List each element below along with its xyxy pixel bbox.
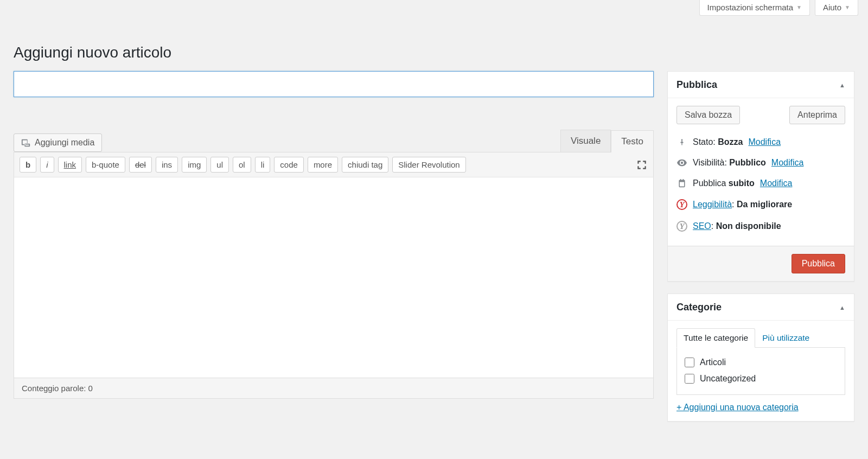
collapse-icon[interactable]: ▲: [839, 304, 845, 311]
collapse-icon[interactable]: ▲: [839, 82, 845, 88]
help-button[interactable]: Aiuto ▼: [815, 0, 858, 16]
qt-code[interactable]: code: [274, 157, 304, 173]
publish-button[interactable]: Pubblica: [792, 254, 845, 273]
fullscreen-icon[interactable]: [636, 159, 648, 171]
qt-ol[interactable]: ol: [233, 157, 251, 173]
help-label: Aiuto: [823, 3, 841, 12]
category-checkbox[interactable]: [685, 374, 694, 384]
add-new-category-link[interactable]: + Aggiungi una nuova categoria: [676, 403, 845, 412]
add-media-button[interactable]: Aggiungi media: [14, 133, 102, 152]
eye-icon: [676, 159, 687, 167]
qt-slider-revolution[interactable]: Slider Revolution: [392, 157, 465, 173]
status-label: Stato: Bozza: [693, 137, 743, 147]
category-label: Uncategorized: [700, 374, 756, 384]
qt-ins[interactable]: ins: [156, 157, 178, 173]
post-title-input[interactable]: [14, 71, 654, 97]
save-draft-button[interactable]: Salva bozza: [676, 106, 740, 124]
yoast-seo-icon: Y: [676, 221, 687, 232]
qt-li[interactable]: li: [255, 157, 271, 173]
qt-more[interactable]: more: [308, 157, 338, 173]
tab-text[interactable]: Testo: [611, 130, 654, 152]
edit-visibility-link[interactable]: Modifica: [771, 158, 804, 168]
seo-label: SEO: Non disponibile: [693, 221, 781, 231]
edit-status-link[interactable]: Modifica: [748, 137, 781, 147]
qt-close-tags[interactable]: chiudi tag: [342, 157, 388, 173]
post-content-textarea[interactable]: [14, 177, 654, 378]
page-title: Aggiungi nuovo articolo: [14, 44, 854, 61]
category-label: Articoli: [700, 358, 726, 367]
qt-bquote[interactable]: b-quote: [86, 157, 125, 173]
publish-box: Pubblica ▲ Salva bozza Anteprima Stato: …: [667, 71, 854, 282]
category-checkbox[interactable]: [685, 358, 694, 367]
chevron-down-icon: ▼: [845, 4, 850, 10]
categories-box-title: Categorie: [676, 302, 722, 313]
qt-bold[interactable]: b: [20, 157, 36, 173]
tab-most-used-categories[interactable]: Più utilizzate: [755, 328, 816, 348]
yoast-readability-icon: Y: [676, 199, 687, 210]
screen-options-label: Impostazioni schermata: [707, 3, 793, 12]
visibility-label: Visibilità: Pubblico: [693, 158, 766, 168]
qt-link[interactable]: link: [58, 157, 82, 173]
readability-label: Leggibilità: Da migliorare: [693, 200, 792, 209]
category-item[interactable]: Articoli: [685, 354, 837, 371]
calendar-icon: [676, 179, 687, 188]
edit-schedule-link[interactable]: Modifica: [760, 178, 793, 188]
add-media-label: Aggiungi media: [35, 138, 94, 148]
categories-box: Categorie ▲ Tutte le categorie Più utili…: [667, 294, 854, 422]
quicktags-toolbar: b i link b-quote del ins img ul ol li co…: [14, 152, 654, 177]
publish-box-title: Pubblica: [676, 79, 717, 91]
qt-ul[interactable]: ul: [210, 157, 229, 173]
word-count-status: Conteggio parole: 0: [14, 378, 654, 399]
qt-del[interactable]: del: [129, 157, 152, 173]
chevron-down-icon: ▼: [796, 4, 802, 10]
tab-all-categories[interactable]: Tutte le categorie: [676, 328, 755, 348]
qt-img[interactable]: img: [182, 157, 207, 173]
tab-visual[interactable]: Visuale: [560, 130, 611, 152]
screen-options-button[interactable]: Impostazioni schermata ▼: [699, 0, 810, 16]
media-icon: [21, 138, 31, 148]
qt-italic[interactable]: i: [40, 157, 54, 173]
pin-icon: [676, 138, 687, 146]
category-item[interactable]: Uncategorized: [685, 371, 837, 387]
schedule-label: Pubblica subito: [693, 178, 755, 188]
preview-button[interactable]: Anteprima: [789, 106, 845, 124]
